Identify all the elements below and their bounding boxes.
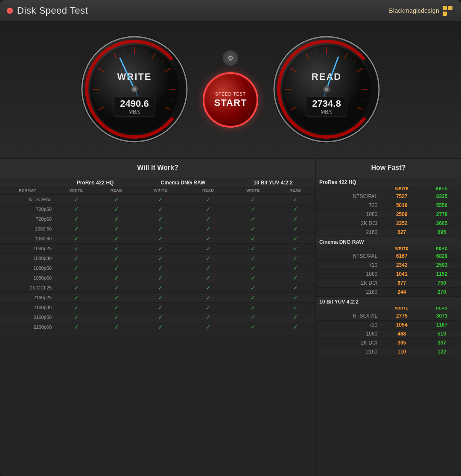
wiw-check: ✓ xyxy=(275,322,315,332)
hf-col-write-label: WRITE xyxy=(381,246,423,252)
wiw-check: ✓ xyxy=(275,195,315,204)
title-bar: × Disk Speed Test Blackmagicdesign xyxy=(0,0,461,22)
wiw-cinema-header: Cinema DNG RAW xyxy=(135,177,231,187)
wiw-check: ✓ xyxy=(275,312,315,322)
wiw-row: 1080p60 ✓ ✓ ✓ ✓ ✓ ✓ xyxy=(0,273,315,283)
settings-button[interactable]: ⚙ xyxy=(223,50,238,66)
results-section: Will It Work? ProRes 422 HQ Cinema DNG R… xyxy=(0,158,461,476)
hf-row-label: 1080 xyxy=(316,270,381,279)
wiw-sub-write2: WRITE xyxy=(135,187,186,195)
wiw-check: ✓ xyxy=(97,254,135,263)
hf-row-label: 2K DCI xyxy=(316,219,381,228)
center-controls: ⚙ SPEED TEST START xyxy=(203,50,258,128)
wiw-check: ✓ xyxy=(97,293,135,303)
svg-point-25 xyxy=(133,88,136,91)
write-gauge-container: WRITE 2490.6 MB/s xyxy=(79,34,190,145)
how-fast-panel: How Fast? ProRes 422 HQ WRITE READ NTSC/… xyxy=(316,159,461,476)
wiw-check: ✓ xyxy=(186,293,231,303)
wiw-check: ✓ xyxy=(186,244,231,254)
hf-data-row: 2K DCI 305 337 xyxy=(316,339,461,348)
wiw-check: ✓ xyxy=(55,283,97,293)
wiw-sub-read2: READ xyxy=(186,187,231,195)
hf-section-name: Cinema DNG RAW xyxy=(316,237,461,246)
wiw-check: ✓ xyxy=(135,234,186,244)
hf-read-value: 695 xyxy=(423,228,461,237)
will-it-work-title: Will It Work? xyxy=(0,159,315,177)
wiw-format-cell: 1080p50 xyxy=(0,263,55,273)
svg-text:2734.8: 2734.8 xyxy=(312,98,341,109)
wiw-check: ✓ xyxy=(97,204,135,214)
wiw-check: ✓ xyxy=(275,254,315,263)
hf-read-value: 1167 xyxy=(423,321,461,330)
hf-data-row: 2K DCI 2352 2605 xyxy=(316,219,461,228)
hf-data-row: 1080 2509 2778 xyxy=(316,210,461,219)
wiw-check: ✓ xyxy=(97,244,135,254)
hf-row-label: 2K DCI xyxy=(316,279,381,288)
hf-write-value: 7527 xyxy=(381,192,423,201)
brand-dot-3 xyxy=(443,12,447,16)
hf-data-row: 1080 1041 1152 xyxy=(316,270,461,279)
hf-data-row: 2160 627 695 xyxy=(316,228,461,237)
wiw-check: ✓ xyxy=(97,273,135,283)
wiw-row: 2160p50 ✓ ✓ ✓ ✓ ✓ ✓ xyxy=(0,312,315,322)
brand-dot-1 xyxy=(443,6,447,10)
wiw-check: ✓ xyxy=(135,204,186,214)
hf-col-read-label: READ xyxy=(423,246,461,252)
hf-section-header: 10 Bit YUV 4:2:2 xyxy=(316,297,461,306)
start-button[interactable]: SPEED TEST START xyxy=(203,72,258,128)
wiw-format-cell: 2K DCI 25 xyxy=(0,283,55,293)
hf-write-value: 1054 xyxy=(381,321,423,330)
wiw-check: ✓ xyxy=(275,263,315,273)
wiw-check: ✓ xyxy=(135,254,186,263)
hf-row-label: 720 xyxy=(316,261,381,270)
wiw-check: ✓ xyxy=(135,312,186,322)
wiw-check: ✓ xyxy=(135,214,186,224)
wiw-check: ✓ xyxy=(55,204,97,214)
hf-write-value: 244 xyxy=(381,288,423,297)
hf-data-row: NTSC/PAL 2775 3073 xyxy=(316,312,461,321)
svg-text:READ: READ xyxy=(312,71,341,82)
hf-row-label: 2K DCI xyxy=(316,339,381,348)
wiw-check: ✓ xyxy=(55,303,97,312)
hf-write-value: 6167 xyxy=(381,252,423,261)
hf-data-row: NTSC/PAL 6167 6829 xyxy=(316,252,461,261)
wiw-check: ✓ xyxy=(55,273,97,283)
wiw-check: ✓ xyxy=(275,214,315,224)
hf-write-value: 468 xyxy=(381,330,423,339)
read-gauge-container: READ 2734.8 MB/s xyxy=(271,34,382,145)
close-button[interactable]: × xyxy=(7,8,13,14)
wiw-check: ✓ xyxy=(275,303,315,312)
wiw-check: ✓ xyxy=(231,244,275,254)
wiw-check: ✓ xyxy=(55,244,97,254)
hf-write-value: 110 xyxy=(381,348,423,356)
wiw-check: ✓ xyxy=(97,263,135,273)
wiw-check: ✓ xyxy=(55,195,97,204)
hf-section-header: Cinema DNG RAW xyxy=(316,237,461,246)
hf-write-value: 2342 xyxy=(381,261,423,270)
wiw-header-group: ProRes 422 HQ Cinema DNG RAW 10 Bit YUV … xyxy=(0,177,315,187)
wiw-check: ✓ xyxy=(186,263,231,273)
hf-write-value: 305 xyxy=(381,339,423,348)
brand-logo: Blackmagicdesign xyxy=(389,6,452,16)
wiw-row: 720p60 ✓ ✓ ✓ ✓ ✓ ✓ xyxy=(0,214,315,224)
will-it-work-table: ProRes 422 HQ Cinema DNG RAW 10 Bit YUV … xyxy=(0,177,315,332)
svg-text:MB/s: MB/s xyxy=(321,109,332,115)
wiw-check: ✓ xyxy=(135,273,186,283)
wiw-sub-write3: WRITE xyxy=(231,187,275,195)
hf-row-label: 1080 xyxy=(316,210,381,219)
wiw-row: 1080i60 ✓ ✓ ✓ ✓ ✓ ✓ xyxy=(0,234,315,244)
hf-read-value: 3073 xyxy=(423,312,461,321)
hf-row-label: NTSC/PAL xyxy=(316,312,381,321)
wiw-check: ✓ xyxy=(275,234,315,244)
wiw-check: ✓ xyxy=(231,263,275,273)
wiw-check: ✓ xyxy=(55,263,97,273)
hf-col-header: WRITE READ xyxy=(316,306,461,312)
hf-write-value: 2352 xyxy=(381,219,423,228)
hf-row-label: 1080 xyxy=(316,330,381,339)
wiw-row: 720p50 ✓ ✓ ✓ ✓ ✓ ✓ xyxy=(0,204,315,214)
hf-data-row: NTSC/PAL 7527 8335 xyxy=(316,192,461,201)
wiw-check: ✓ xyxy=(135,195,186,204)
wiw-row: 1080p25 ✓ ✓ ✓ ✓ ✓ ✓ xyxy=(0,244,315,254)
wiw-row: 1080p50 ✓ ✓ ✓ ✓ ✓ ✓ xyxy=(0,263,315,273)
wiw-sub-read3: READ xyxy=(275,187,315,195)
